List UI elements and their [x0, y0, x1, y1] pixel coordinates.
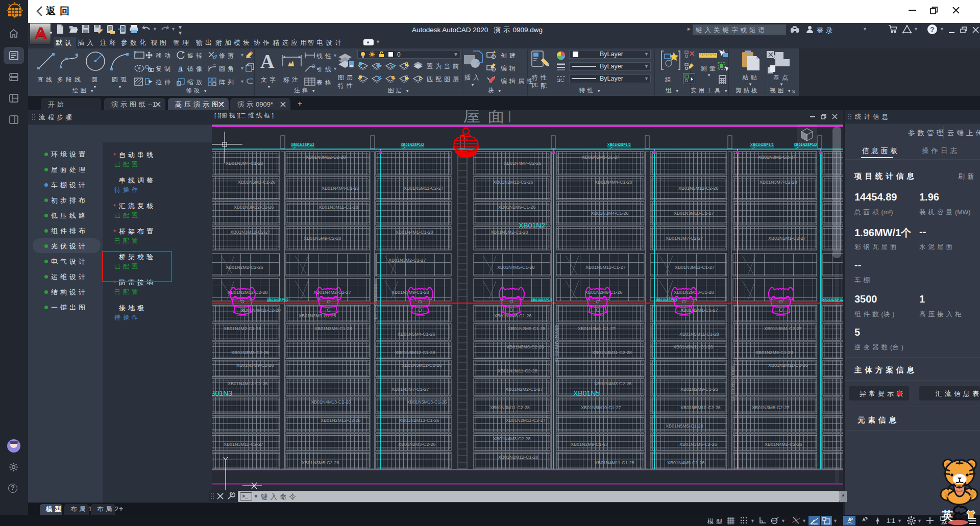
svg-text:XB01N3: XB01N3 — [212, 389, 232, 397]
svg-text:XB01N2M2-C1-27: XB01N2M2-C1-27 — [505, 387, 543, 392]
svg-text:XB01N3M5-C2-26: XB01N3M5-C2-26 — [302, 460, 339, 465]
svg-text:XB01N3M6-C1-28: XB01N3M6-C1-28 — [314, 326, 352, 331]
svg-text:XB01N2SP1/2: XB01N2SP1/2 — [531, 298, 553, 302]
svg-text:XB01N3M4-C1-26: XB01N3M4-C1-26 — [591, 211, 629, 216]
svg-text:XB01N3M4-C1-28: XB01N3M4-C1-28 — [730, 365, 736, 401]
svg-text:XB01N5M4-C1-26: XB01N5M4-C1-26 — [398, 332, 435, 337]
svg-text:XB01N2SP1/2: XB01N2SP1/2 — [607, 143, 631, 146]
svg-text:XB01N2SP1/2: XB01N2SP1/2 — [291, 143, 314, 146]
svg-text:XB01N5M1-C1-26: XB01N5M1-C1-26 — [238, 180, 276, 185]
svg-text:XB01N4M4-C1-28: XB01N4M4-C1-28 — [322, 186, 359, 191]
svg-text:XB01N5: XB01N5 — [573, 389, 600, 397]
svg-text:XB01N2SP1/2: XB01N2SP1/2 — [656, 298, 678, 302]
svg-text:XB01N2M11-C2-27: XB01N2M11-C2-27 — [506, 418, 546, 423]
svg-text:XB01N3M7-C2-28: XB01N3M7-C2-28 — [760, 180, 797, 185]
svg-text:XB01N5M12-C2-26: XB01N5M12-C2-26 — [402, 363, 442, 368]
svg-text:XB01N5M12-C2-28: XB01N5M12-C2-28 — [678, 186, 719, 191]
svg-text:XB01N2M9-C1-27: XB01N2M9-C1-27 — [571, 442, 608, 447]
svg-text:XB01N3M4-C1-28: XB01N3M4-C1-28 — [226, 161, 263, 166]
svg-text:XB01N5M10-C2-28: XB01N5M10-C2-28 — [680, 405, 721, 410]
svg-text:XB01N5M11-C1-28: XB01N5M11-C1-28 — [679, 332, 719, 337]
svg-text:XB01N2M11-C2-28: XB01N2M11-C2-28 — [498, 368, 537, 373]
svg-text:XB01N5M12-C1-28: XB01N5M12-C1-28 — [395, 350, 435, 355]
svg-text:XB01N2SP1/2: XB01N2SP1/2 — [401, 143, 424, 146]
svg-text:XB01N2M9-C1-26: XB01N2M9-C1-26 — [680, 387, 718, 392]
svg-text:XB01N3M11-C1-26: XB01N3M11-C1-26 — [673, 344, 713, 349]
svg-text:XB01N3M10-C2-27: XB01N3M10-C2-27 — [674, 211, 714, 216]
svg-text:XB01N2M3-C2-26: XB01N2M3-C2-26 — [398, 442, 436, 447]
svg-text:XB01N4M2-C2-26: XB01N4M2-C2-26 — [765, 442, 802, 447]
svg-text:XB01N2SP1/2: XB01N2SP1/2 — [267, 298, 289, 302]
svg-text:XB01N4M3-C2-26: XB01N4M3-C2-26 — [594, 381, 632, 386]
svg-text:XB01N2M12-C2-28: XB01N2M12-C2-28 — [228, 290, 268, 295]
svg-text:XB01N2SP1/2: XB01N2SP1/2 — [822, 298, 843, 302]
svg-text:XB01N4M13-C2-26: XB01N4M13-C2-26 — [311, 399, 351, 405]
svg-text:XB01N3M2-C1-27: XB01N3M2-C1-27 — [388, 258, 426, 263]
svg-text:XB01N2M13-C1-26: XB01N2M13-C1-26 — [554, 324, 559, 362]
svg-text:XB01N3M7-C1-27: XB01N3M7-C1-27 — [391, 387, 429, 392]
svg-text:XB01N2M2-C2-26: XB01N2M2-C2-26 — [226, 265, 263, 270]
svg-text:XB01N3M8-C2-27: XB01N3M8-C2-27 — [752, 405, 790, 410]
svg-text:XB01N3M1-C1-27: XB01N3M1-C1-27 — [578, 326, 616, 331]
svg-text:XB01N3M12-C2-26: XB01N3M12-C2-26 — [234, 205, 274, 210]
svg-text:XB01N3M11-C1-27: XB01N3M11-C1-27 — [675, 265, 715, 270]
svg-text:XB01N2M1-C1-27: XB01N2M1-C1-27 — [680, 308, 718, 313]
svg-text:XB01N3M9-C1-28: XB01N3M9-C1-28 — [391, 290, 429, 295]
svg-text:XB01N2SP1/2: XB01N2SP1/2 — [750, 143, 774, 146]
svg-text:XB01N3M5-C2-26: XB01N3M5-C2-26 — [679, 442, 717, 447]
svg-text:XB01N5M13-C1-26: XB01N5M13-C1-26 — [407, 399, 447, 405]
svg-text:XB01N2M12-C2-26: XB01N2M12-C2-26 — [321, 418, 361, 423]
svg-text:XB01N2M13-C1-28: XB01N2M13-C1-28 — [674, 290, 714, 295]
svg-text:XB01N4M4-C1-28: XB01N4M4-C1-28 — [595, 180, 632, 185]
svg-text:XB01N5M4-C2-27: XB01N5M4-C2-27 — [764, 326, 802, 331]
svg-text:XB01N4M7-C2-26: XB01N4M7-C2-26 — [504, 161, 542, 166]
svg-text:XB01N4M2-C1-26: XB01N4M2-C1-26 — [224, 326, 261, 331]
svg-text:XB01N4M11-C2-28: XB01N4M11-C2-28 — [592, 350, 632, 355]
svg-text:XB01N5M9-C2-28: XB01N5M9-C2-28 — [304, 236, 341, 241]
svg-text:XB01N2M12-C1-28: XB01N2M12-C1-28 — [498, 455, 538, 460]
svg-text:XB01N5M5-C1-28: XB01N5M5-C1-28 — [666, 423, 703, 429]
svg-text:XB01N3M7-C2-27: XB01N3M7-C2-27 — [666, 236, 703, 241]
svg-text:XB01N3M12-C2-27: XB01N3M12-C2-27 — [230, 230, 271, 235]
svg-text:XB01N2M13-C1-26: XB01N2M13-C1-26 — [399, 418, 439, 423]
svg-text:XB01N5M1-C2-27: XB01N5M1-C2-27 — [768, 236, 806, 241]
svg-text:XB01N3M12-C2-28: XB01N3M12-C2-28 — [306, 155, 346, 160]
svg-text:XB01N5M13-C1-27: XB01N5M13-C1-27 — [585, 265, 626, 270]
svg-text:XB01N5M10-C1-27: XB01N5M10-C1-27 — [581, 405, 621, 410]
svg-text:XB01N5M3-C1-27: XB01N5M3-C1-27 — [582, 155, 620, 160]
svg-text:XB01N2M9-C1-26: XB01N2M9-C1-26 — [498, 205, 536, 210]
svg-text:XB01N5M2-C1-28: XB01N5M2-C1-28 — [491, 230, 528, 235]
svg-text:XB01N3M11-C2-27: XB01N3M11-C2-27 — [224, 442, 263, 447]
svg-text:XB01N3M9-C1-26: XB01N3M9-C1-26 — [236, 363, 274, 368]
svg-text:XB01N2M12-C2-26: XB01N2M12-C2-26 — [493, 180, 533, 185]
svg-text:XB01N4M11-C2-28: XB01N4M11-C2-28 — [241, 308, 281, 313]
svg-text:XB01N3M8-C1-28: XB01N3M8-C1-28 — [755, 350, 793, 355]
svg-text:XB01N2M11-C2-26: XB01N2M11-C2-26 — [768, 363, 808, 368]
svg-text:XB01N5M11-C2-27: XB01N5M11-C2-27 — [404, 186, 444, 191]
svg-text:XB01N4M13-C1-26: XB01N4M13-C1-26 — [228, 381, 268, 386]
svg-text:XB01N2M6-C1-28: XB01N2M6-C1-28 — [373, 284, 378, 319]
svg-text:XB01N3M11-C1-28: XB01N3M11-C1-28 — [318, 205, 358, 210]
svg-text:XB01N4M2-C2-27: XB01N4M2-C2-27 — [313, 290, 351, 295]
svg-text:XB01N3M2-C2-27: XB01N3M2-C2-27 — [758, 155, 796, 160]
svg-text:XB01N3M11-C2-28: XB01N3M11-C2-28 — [490, 405, 530, 410]
svg-text:XB01N3M6-C2-26: XB01N3M6-C2-26 — [506, 344, 544, 349]
svg-text:屋面: 屋面 — [463, 110, 512, 125]
svg-text:XB01N2: XB01N2 — [519, 221, 545, 230]
svg-text:XB01N2M9-C1-28: XB01N2M9-C1-28 — [508, 326, 546, 331]
svg-text:XB01N2M8-C1-26: XB01N2M8-C1-26 — [585, 290, 623, 295]
svg-text:XB01N4M9-C1-26: XB01N4M9-C1-26 — [667, 460, 705, 465]
svg-text:XB01N4M11-C1-28: XB01N4M11-C1-28 — [595, 460, 634, 465]
svg-text:XB01N3M6-C2-26: XB01N3M6-C2-26 — [231, 350, 269, 355]
svg-text:XB01N4M5-C1-28: XB01N4M5-C1-28 — [497, 265, 535, 270]
svg-text:XB01N4M3-C2-28: XB01N4M3-C2-28 — [493, 436, 531, 441]
svg-text:XB01N4M1-C1-28: XB01N4M1-C1-28 — [396, 230, 433, 235]
